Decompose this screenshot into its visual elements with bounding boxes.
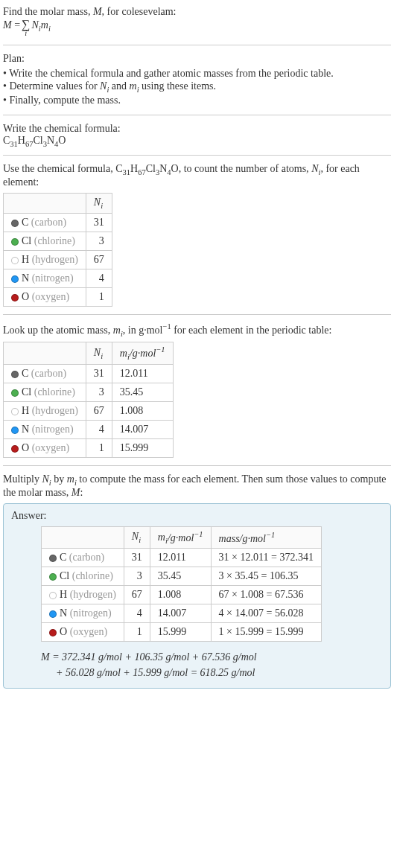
plan-title: Plan:: [3, 53, 391, 65]
count-intro: Use the chemical formula, C31H67Cl3N4O, …: [3, 163, 391, 188]
dot-icon: [11, 427, 19, 434]
dot-icon: [49, 573, 57, 581]
plan-section: Plan: • Write the chemical formula and g…: [3, 50, 391, 110]
final-equation: M = 372.341 g/mol + 106.35 g/mol + 67.53…: [41, 649, 383, 680]
table-row: C (carbon)31: [4, 214, 112, 232]
table-row: C (carbon)3112.01131 × 12.011 = 372.341: [42, 549, 322, 567]
table-row: N (nitrogen)414.0074 × 14.007 = 56.028: [42, 604, 322, 623]
col-n: Ni: [124, 526, 150, 548]
dot-icon: [11, 238, 19, 246]
dot-icon: [11, 408, 19, 415]
dot-icon: [11, 220, 19, 227]
multiply-section: Multiply Ni by mi to compute the mass fo…: [3, 470, 391, 692]
intro-section: Find the molar mass, M, for colesevelam:…: [3, 3, 391, 40]
table-row: N (nitrogen)414.007: [4, 420, 174, 438]
answer-table: Ni mi/g·mol−1 mass/g·mol−1 C (carbon)311…: [41, 526, 322, 642]
col-n: Ni: [86, 342, 112, 364]
col-m: mi/g·mol−1: [112, 342, 173, 364]
col-n: Ni: [86, 194, 112, 214]
lookup-intro: Look up the atomic mass, mi, in g·mol−1 …: [3, 322, 391, 337]
table-row: H (hydrogen)671.00867 × 1.008 = 67.536: [42, 586, 322, 604]
lookup-section: Look up the atomic mass, mi, in g·mol−1 …: [3, 319, 391, 461]
answer-box: Answer: Ni mi/g·mol−1 mass/g·mol−1 C (ca…: [3, 503, 391, 689]
dot-icon: [49, 610, 57, 618]
table-row: H (hydrogen)67: [4, 251, 112, 269]
table-row: N (nitrogen)4: [4, 269, 112, 288]
table-row: Cl (chlorine)3: [4, 232, 112, 251]
dot-icon: [11, 275, 19, 283]
table-row: H (hydrogen)671.008: [4, 401, 174, 420]
dot-icon: [11, 257, 19, 264]
formula-section: Write the chemical formula: C31H67Cl3N4O: [3, 120, 391, 151]
col-element: [4, 194, 86, 214]
table-row: C (carbon)3112.011: [4, 364, 174, 383]
intro-equation: M = ∑i Nimi: [3, 19, 391, 37]
answer-label: Answer:: [11, 510, 383, 522]
dot-icon: [49, 629, 57, 636]
multiply-intro: Multiply Ni by mi to compute the mass fo…: [3, 473, 391, 499]
table-row: O (oxygen)115.999: [4, 438, 174, 457]
dot-icon: [11, 294, 19, 301]
dot-icon: [11, 371, 19, 378]
table-row: Cl (chlorine)335.453 × 35.45 = 106.35: [42, 567, 322, 586]
count-section: Use the chemical formula, C31H67Cl3N4O, …: [3, 160, 391, 310]
plan-item: • Write the chemical formula and gather …: [3, 68, 391, 80]
col-m: mi/g·mol−1: [150, 526, 211, 548]
dot-icon: [11, 389, 19, 397]
lookup-table: Ni mi/g·mol−1 C (carbon)3112.011 Cl (chl…: [3, 342, 174, 457]
plan-list: • Write the chemical formula and gather …: [3, 68, 391, 106]
chemical-formula: C31H67Cl3N4O: [3, 135, 391, 148]
plan-item: • Determine values for Ni and mi using t…: [3, 80, 391, 94]
plan-item: • Finally, compute the mass.: [3, 95, 391, 106]
intro-line: Find the molar mass, M, for colesevelam:: [3, 6, 391, 18]
table-row: O (oxygen)115.9991 × 15.999 = 15.999: [42, 623, 322, 642]
formula-title: Write the chemical formula:: [3, 123, 391, 135]
table-row: O (oxygen)1: [4, 288, 112, 307]
dot-icon: [49, 555, 57, 562]
dot-icon: [49, 592, 57, 599]
table-row: Cl (chlorine)335.45: [4, 383, 174, 401]
count-table: Ni C (carbon)31 Cl (chlorine)3 H (hydrog…: [3, 193, 112, 307]
dot-icon: [11, 445, 19, 453]
col-mass: mass/g·mol−1: [211, 526, 321, 548]
